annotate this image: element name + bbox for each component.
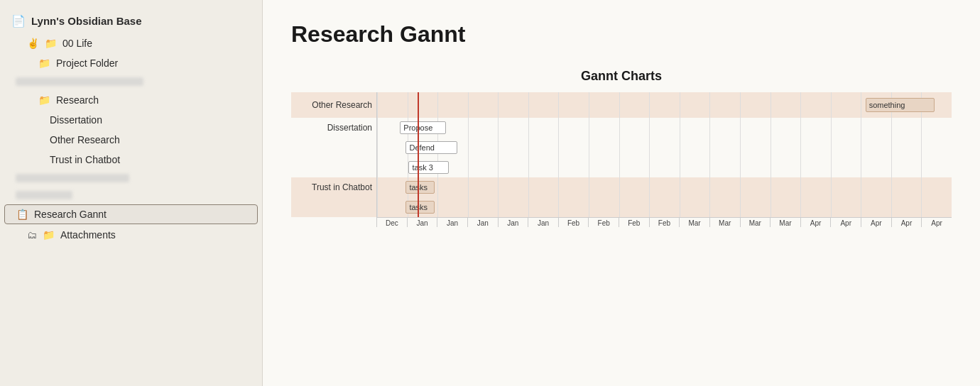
sidebar-item-oo-life[interactable]: ✌️ 📁 00 Life xyxy=(4,34,258,53)
axis-months: DecJanJanJanJanJanFebFebFebFebMarMarMarM… xyxy=(376,217,952,227)
task-bar-task3: task 3 xyxy=(408,161,449,174)
task-bar-tasks1: tasks xyxy=(405,181,434,194)
vault-icon: 📄 xyxy=(11,14,26,28)
task-bar-something: something xyxy=(866,98,935,112)
sidebar-item-research-gannt[interactable]: 📋 Research Gannt xyxy=(4,204,258,224)
axis-month-label: Mar xyxy=(709,218,740,227)
task-bar-propose: Propose xyxy=(400,121,446,134)
sidebar-item-label: Dissertation xyxy=(50,114,102,126)
gantt-row-trust-tasks2: tasks xyxy=(291,197,952,217)
row-label-empty3 xyxy=(291,197,376,217)
row-bars-propose: Propose xyxy=(376,118,952,138)
row-bars-tasks2: tasks xyxy=(376,197,952,217)
sidebar: 📄 Lynn's Obsidian Base ✌️ 📁 00 Life 📁 Pr… xyxy=(0,0,263,386)
layers-icon: 🗂 xyxy=(27,229,37,241)
vault-header[interactable]: 📄 Lynn's Obsidian Base xyxy=(0,6,262,33)
axis-month-label: Mar xyxy=(679,218,709,227)
gantt-row-other-research: Other Research xyxy=(291,92,952,118)
sidebar-item-label: Research Gannt xyxy=(34,209,107,220)
blurred-text xyxy=(16,174,129,182)
folder-icon: 📁 xyxy=(45,38,57,49)
row-label-trust: Trust in Chatbot xyxy=(291,177,376,197)
axis-month-label: Jan xyxy=(407,218,437,227)
axis-month-label: Apr xyxy=(861,218,891,227)
gantt-axis: DecJanJanJanJanJanFebFebFebFebMarMarMarM… xyxy=(291,217,952,227)
blurred-item-2 xyxy=(4,170,258,186)
sidebar-item-label: Project Folder xyxy=(56,57,118,69)
blurred-item-1 xyxy=(4,74,258,89)
sidebar-item-label: Other Research xyxy=(50,134,120,145)
gantt-row-task3: task 3 xyxy=(291,158,952,177)
main-content: Research Gannt Gannt Charts Other Resear… xyxy=(263,0,980,386)
row-label-empty2 xyxy=(291,158,376,177)
gantt-chart: Other Research xyxy=(291,92,952,227)
blurred-item-3 xyxy=(4,187,258,203)
sidebar-item-research[interactable]: 📁 Research xyxy=(4,91,258,109)
gantt-container: Gannt Charts Other Research xyxy=(291,69,952,227)
row-label-dissertation: Dissertation xyxy=(291,118,376,138)
row-bars-task3: task 3 xyxy=(376,158,952,177)
sidebar-item-dissertation[interactable]: Dissertation xyxy=(4,111,258,129)
axis-month-label: Jan xyxy=(498,218,528,227)
axis-month-label: Dec xyxy=(376,218,407,227)
table-icon: 📋 xyxy=(16,209,28,220)
axis-month-label: Feb xyxy=(558,218,589,227)
axis-month-label: Feb xyxy=(649,218,680,227)
gantt-row-defend: Defend xyxy=(291,138,952,158)
sidebar-item-attachments[interactable]: 🗂 📁 Attachments xyxy=(4,226,258,244)
blurred-text xyxy=(16,191,72,199)
axis-month-label: Jan xyxy=(437,218,467,227)
sidebar-item-other-research[interactable]: Other Research xyxy=(4,131,258,149)
gantt-row-propose: Dissertation Propose xyxy=(291,118,952,138)
axis-month-label: Apr xyxy=(891,218,922,227)
sidebar-item-label: Attachments xyxy=(60,229,116,241)
sidebar-item-trust-chatbot[interactable]: Trust in Chatbot xyxy=(4,150,258,169)
axis-month-label: Jan xyxy=(528,218,558,227)
today-line xyxy=(418,92,419,118)
task-bar-defend: Defend xyxy=(405,141,457,154)
oo-life-icon: ✌️ xyxy=(27,38,39,49)
sidebar-item-project-folder[interactable]: 📁 Project Folder xyxy=(4,54,258,72)
axis-month-label: Jan xyxy=(467,218,498,227)
row-bars-defend: Defend xyxy=(376,138,952,158)
row-bars-tasks1: tasks xyxy=(376,177,952,197)
axis-month-label: Apr xyxy=(921,218,952,227)
vault-name: Lynn's Obsidian Base xyxy=(31,15,142,27)
axis-month-label: Mar xyxy=(770,218,800,227)
axis-month-label: Apr xyxy=(830,218,861,227)
axis-month-label: Feb xyxy=(588,218,619,227)
page-title: Research Gannt xyxy=(291,21,952,48)
folder-icon: 📁 xyxy=(38,94,50,106)
folder-icon: 📁 xyxy=(38,57,50,69)
gantt-row-trust-tasks1: Trust in Chatbot tasks xyxy=(291,177,952,197)
sidebar-item-label: Research xyxy=(56,94,99,106)
blurred-text xyxy=(16,77,143,86)
task-bar-tasks2: tasks xyxy=(405,201,434,214)
folder-icon: 📁 xyxy=(43,229,55,241)
row-label-other-research: Other Research xyxy=(291,92,376,118)
gantt-chart-title: Gannt Charts xyxy=(291,69,952,84)
axis-month-label: Apr xyxy=(800,218,831,227)
axis-month-label: Feb xyxy=(619,218,649,227)
axis-month-label: Mar xyxy=(740,218,771,227)
row-label-empty xyxy=(291,138,376,158)
row-bars-other-research: something xyxy=(376,92,952,118)
sidebar-item-label: Trust in Chatbot xyxy=(50,154,120,165)
sidebar-item-label: 00 Life xyxy=(62,38,92,49)
